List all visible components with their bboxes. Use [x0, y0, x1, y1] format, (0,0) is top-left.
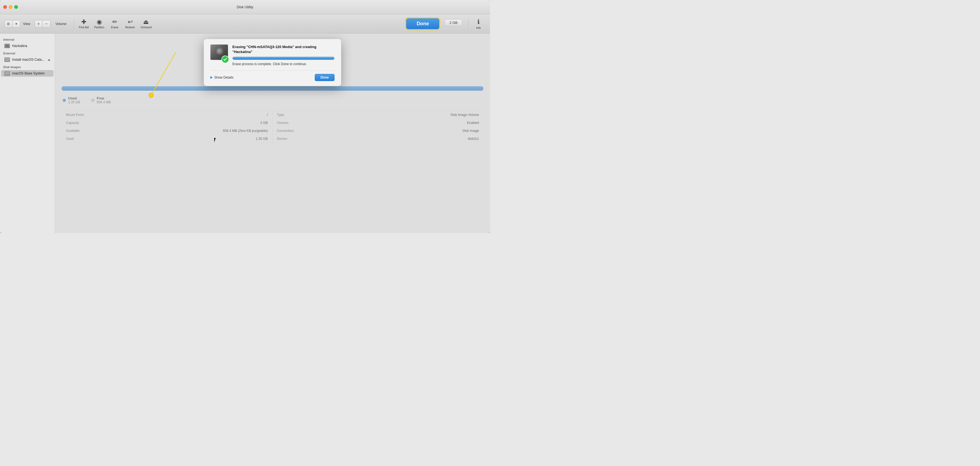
dialog-bottom: Show Details Done [210, 70, 334, 81]
toolbar: ⊞ ▾ View + − Volume ✚ First Aid ◉ Partit… [0, 14, 490, 34]
sidebar-view-button[interactable]: ⊞ [5, 20, 12, 28]
svg-rect-1 [5, 45, 9, 47]
main-content: Internal Hackalina External Install macO… [0, 34, 490, 233]
close-button[interactable] [3, 5, 7, 9]
dialog-text: Erasing "CHN-mSATAQ3-120 Media" and crea… [232, 45, 334, 66]
info-button[interactable]: ℹ Info [471, 17, 485, 31]
window-title: Disk Utility [237, 5, 253, 9]
sidebar-item-macos-base-system[interactable]: macOS Base System [1, 70, 54, 77]
first-aid-label: First Aid [79, 26, 89, 29]
triangle-icon [210, 76, 213, 79]
titlebar: Disk Utility [0, 0, 490, 14]
capacity-button[interactable]: 2 GB [445, 19, 462, 26]
erase-label: Erase [111, 26, 118, 29]
sidebar: Internal Hackalina External Install macO… [0, 34, 55, 233]
partition-icon: ◉ [97, 19, 102, 25]
partition-button[interactable]: ◉ Partition [92, 17, 107, 31]
view-label: View [23, 22, 30, 26]
unmount-label: Unmount [141, 26, 152, 29]
hackalina-disk-icon [5, 44, 10, 48]
show-details-label: Show Details [214, 75, 234, 80]
dialog-overlay: Erasing "CHN-mSATAQ3-120 Media" and crea… [55, 34, 490, 233]
eject-icon: ⏏ [48, 58, 50, 61]
unmount-button[interactable]: ⏏ Unmount [138, 17, 154, 31]
install-macos-label: Install macOS Cata... [12, 58, 46, 62]
show-details-button[interactable]: Show Details [210, 75, 234, 80]
svg-rect-3 [5, 72, 10, 75]
dialog-progress-bar [232, 57, 334, 60]
restore-label: Restore [125, 26, 135, 29]
partition-label: Partition [94, 26, 104, 29]
hackalina-label: Hackalina [12, 44, 27, 48]
success-badge [221, 56, 229, 63]
install-macos-disk-icon [5, 57, 10, 62]
view-toggle-group: ⊞ ▾ [5, 20, 20, 28]
first-aid-icon: ✚ [81, 19, 86, 25]
maximize-button[interactable] [14, 5, 18, 9]
erase-dialog: Erasing "CHN-mSATAQ3-120 Media" and crea… [204, 39, 341, 86]
internal-header: Internal [0, 36, 55, 42]
first-aid-button[interactable]: ✚ First Aid [76, 17, 91, 31]
toolbar-separator-2 [468, 19, 469, 29]
erase-icon: ✏ [112, 19, 117, 25]
info-label: Info [476, 26, 481, 29]
sidebar-item-install-macos[interactable]: Install macOS Cata... ⏏ [1, 56, 54, 63]
dialog-done-button[interactable]: Done [315, 74, 334, 81]
erase-button[interactable]: ✏ Erase [108, 17, 122, 31]
external-header: External [0, 49, 55, 56]
toolbar-separator-1 [73, 19, 74, 29]
dialog-disk-icon [210, 45, 228, 62]
traffic-lights [3, 5, 18, 9]
list-view-button[interactable]: ▾ [12, 20, 20, 28]
minimize-button[interactable] [9, 5, 12, 9]
dialog-progress-fill [233, 57, 334, 60]
done-highlight-container: Done [406, 18, 439, 29]
remove-volume-button[interactable]: − [43, 20, 50, 28]
main-panel: Erasing "CHN-mSATAQ3-120 Media" and crea… [55, 34, 490, 233]
volume-label: Volume [56, 22, 67, 26]
dialog-title: Erasing "CHN-mSATAQ3-120 Media" and crea… [232, 45, 334, 54]
disk-images-header: Disk Images [0, 63, 55, 70]
toolbar-done-button[interactable]: Done [406, 18, 439, 29]
macos-base-system-label: macOS Base System [12, 72, 45, 75]
dialog-status-text: Erase process is complete. Click Done to… [232, 62, 334, 66]
disk-utility-window: Disk Utility ⊞ ▾ View + − Volume ✚ First… [0, 0, 490, 233]
dialog-top: Erasing "CHN-mSATAQ3-120 Media" and crea… [210, 45, 334, 66]
unmount-icon: ⏏ [143, 19, 149, 25]
info-icon: ℹ [477, 18, 480, 26]
restore-icon: ↩ [128, 19, 133, 25]
base-system-disk-icon [5, 71, 10, 75]
svg-rect-2 [5, 58, 10, 61]
volume-button-group: + − [35, 20, 51, 28]
restore-button[interactable]: ↩ Restore [123, 17, 137, 31]
add-volume-button[interactable]: + [35, 20, 43, 28]
sidebar-item-hackalina[interactable]: Hackalina [1, 43, 54, 49]
